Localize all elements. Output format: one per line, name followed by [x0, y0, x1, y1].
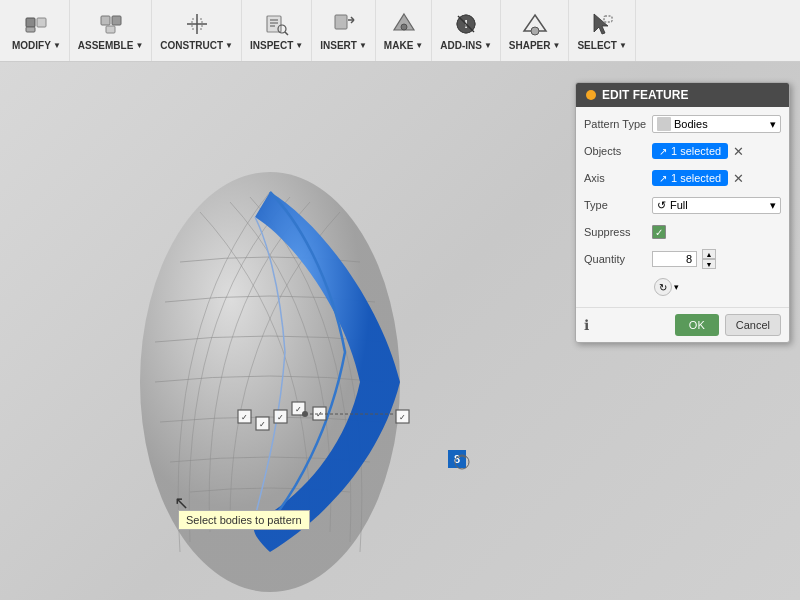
axis-value: 1 selected: [671, 172, 721, 184]
suppress-control: [652, 225, 781, 239]
svg-marker-27: [594, 14, 608, 34]
svg-rect-15: [335, 15, 347, 29]
pattern-type-label: Pattern Type: [584, 118, 652, 130]
pattern-type-control: Bodies ▾: [652, 115, 781, 133]
insert-icon: [330, 10, 358, 38]
axis-row: Axis ↗ 1 selected ✕: [584, 167, 781, 189]
modify-label: MODIFY: [12, 40, 51, 51]
quantity-down-button[interactable]: ▼: [702, 259, 716, 269]
select-label: SELECT: [577, 40, 616, 51]
svg-rect-1: [37, 18, 46, 27]
svg-rect-28: [604, 16, 612, 22]
type-select[interactable]: ↺ Full ▾: [652, 197, 781, 214]
assemble-label: ASSEMBLE: [78, 40, 134, 51]
bodies-icon: [657, 117, 671, 131]
axis-clear-button[interactable]: ✕: [733, 171, 744, 186]
info-icon[interactable]: ℹ: [584, 317, 589, 333]
quantity-spinner: ▲ ▼: [702, 249, 716, 269]
pattern-type-row: Pattern Type Bodies ▾: [584, 113, 781, 135]
ok-button[interactable]: OK: [675, 314, 719, 336]
make-label: MAKE: [384, 40, 413, 51]
axis-badge[interactable]: ↗ 1 selected: [652, 170, 728, 186]
quantity-control: ▲ ▼: [652, 249, 781, 269]
cancel-button[interactable]: Cancel: [725, 314, 781, 336]
toolbar-select[interactable]: SELECT ▼: [569, 0, 635, 61]
shaper-label: SHAPER: [509, 40, 551, 51]
make-icon: [390, 10, 418, 38]
axis-control: ↗ 1 selected ✕: [652, 170, 781, 186]
toolbar-inspect[interactable]: INSPECT ▼: [242, 0, 312, 61]
svg-rect-4: [112, 16, 121, 25]
construct-icon: [183, 10, 211, 38]
quantity-label: Quantity: [584, 253, 652, 265]
quantity-row: Quantity ▲ ▼: [584, 248, 781, 270]
shaper-icon: [521, 10, 549, 38]
type-control: ↺ Full ▾: [652, 197, 781, 214]
svg-line-14: [285, 32, 288, 35]
pattern-type-value: Bodies: [674, 118, 708, 130]
objects-control: ↗ 1 selected ✕: [652, 143, 781, 159]
toolbar-insert[interactable]: INSERT ▼: [312, 0, 376, 61]
viewport[interactable]: ✓ ✓ ✓ ✓ ✓ ✓ 8 ↖ Select bodies to pattern: [0, 62, 800, 600]
rotate-cw-button[interactable]: ↻: [654, 278, 672, 296]
toolbar: MODIFY ▼ ASSEMBLE ▼ CONSTRUCT: [0, 0, 800, 62]
toolbar-construct[interactable]: CONSTRUCT ▼: [152, 0, 242, 61]
svg-rect-2: [26, 27, 35, 32]
toolbar-modify[interactable]: MODIFY ▼: [4, 0, 70, 61]
inspect-icon: [263, 10, 291, 38]
svg-rect-9: [267, 16, 281, 32]
suppress-checkbox[interactable]: [652, 225, 666, 239]
inspect-label: INSPECT: [250, 40, 293, 51]
toolbar-assemble[interactable]: ASSEMBLE ▼: [70, 0, 152, 61]
construct-label: CONSTRUCT: [160, 40, 223, 51]
panel-title: EDIT FEATURE: [602, 88, 688, 102]
svg-rect-3: [101, 16, 110, 25]
suppress-label: Suppress: [584, 226, 652, 238]
quantity-up-button[interactable]: ▲: [702, 249, 716, 259]
svg-rect-5: [106, 26, 115, 33]
quantity-input[interactable]: [652, 251, 697, 267]
edit-feature-panel: EDIT FEATURE Pattern Type Bodies ▾: [575, 82, 790, 343]
objects-badge[interactable]: ↗ 1 selected: [652, 143, 728, 159]
rotate-controls: ↻ ▾: [654, 278, 679, 296]
type-row: Type ↺ Full ▾: [584, 194, 781, 216]
type-refresh-icon: ↺: [657, 199, 666, 212]
type-label: Type: [584, 199, 652, 211]
objects-label: Objects: [584, 145, 652, 157]
cursor-icon: ↗: [659, 146, 667, 157]
pattern-type-select[interactable]: Bodies ▾: [652, 115, 781, 133]
objects-value: 1 selected: [671, 145, 721, 157]
addins-label: ADD-INS: [440, 40, 482, 51]
addins-icon: !: [452, 10, 480, 38]
chevron-down-icon-2: ▾: [770, 199, 776, 212]
panel-header: EDIT FEATURE: [576, 83, 789, 107]
insert-label: INSERT: [320, 40, 357, 51]
objects-row: Objects ↗ 1 selected ✕: [584, 140, 781, 162]
toolbar-shaper[interactable]: SHAPER ▼: [501, 0, 570, 61]
chevron-down-icon: ▾: [770, 118, 776, 131]
panel-footer: ℹ OK Cancel: [576, 307, 789, 342]
axis-cursor-icon: ↗: [659, 173, 667, 184]
toolbar-make[interactable]: MAKE ▼: [376, 0, 432, 61]
type-value: Full: [670, 199, 688, 211]
dropdown-arrow[interactable]: ▾: [674, 282, 679, 292]
select-icon: [588, 10, 616, 38]
svg-rect-0: [26, 18, 35, 27]
axis-label: Axis: [584, 172, 652, 184]
objects-clear-button[interactable]: ✕: [733, 144, 744, 159]
toolbar-addins[interactable]: ! ADD-INS ▼: [432, 0, 501, 61]
suppress-row: Suppress: [584, 221, 781, 243]
svg-point-20: [401, 24, 407, 30]
panel-body: Pattern Type Bodies ▾ Objects ↗: [576, 107, 789, 305]
assemble-icon: [97, 10, 125, 38]
svg-point-26: [531, 27, 539, 35]
rotate-row: ↻ ▾: [654, 275, 781, 297]
modify-icon: [22, 10, 50, 38]
panel-dot: [586, 90, 596, 100]
